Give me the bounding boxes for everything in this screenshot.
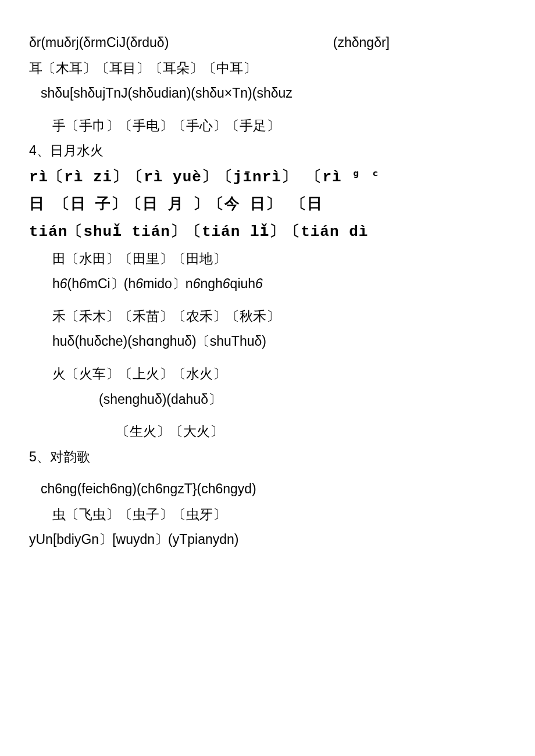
hanzi-line-shenghuo: 〔生火〕〔大火〕 bbox=[29, 424, 506, 440]
section-heading-4: 4、日月水火 bbox=[29, 143, 506, 159]
hanzi-line-er: 耳〔木耳〕〔耳目〕〔耳朵〕〔中耳〕 bbox=[29, 60, 506, 77]
pinyin-line-er: δr(muδrj(δrmCiJ(δrduδ) (zhδngδr] bbox=[29, 35, 506, 51]
pinyin-line-yun: yUn[bdiyGn〕[wuydn〕(yTpianydn) bbox=[29, 532, 506, 548]
section-heading-5: 5、对韵歌 bbox=[29, 449, 506, 465]
text: δr(muδrj(δrmCiJ(δrduδ) bbox=[29, 35, 169, 51]
heading-text: 、日月水火 bbox=[37, 144, 104, 158]
text: (zhδngδr] bbox=[333, 35, 506, 51]
hanzi-line-ri: 日 〔日 子〕〔日 月 〕〔今 日〕 〔日 bbox=[29, 196, 506, 214]
pinyin-line-ri: rì〔rì zi〕〔rì yuè〕〔jīnrì〕 〔rì ᵍ ᶜ bbox=[29, 169, 506, 187]
pinyin-line-he: h6(h6mCi〕(h6mido〕n6ngh6qiuh6 bbox=[29, 276, 506, 292]
pinyin-line-huo: huδ(huδche)(shɑnghuδ)〔shuThuδ) bbox=[29, 334, 506, 350]
number: 5 bbox=[29, 449, 37, 464]
hanzi-line-he: 禾〔禾木〕〔禾苗〕〔农禾〕〔秋禾〕 bbox=[29, 309, 506, 325]
hanzi-line-tian: 田〔水田〕〔田里〕〔田地〕 bbox=[29, 251, 506, 267]
number: 4 bbox=[29, 143, 37, 158]
hanzi-line-huo: 火〔火车〕〔上火〕〔水火〕 bbox=[29, 366, 506, 382]
hanzi-line-shou: 手〔手巾〕〔手电〕〔手心〕〔手足〕 bbox=[29, 118, 506, 134]
text: h6(h6mCi〕(h6mido〕n6ngh6qiuh6 bbox=[52, 276, 263, 291]
heading-text: 、对韵歌 bbox=[37, 450, 90, 464]
pinyin-line-shou: shδu[shδujTnJ(shδudian)(shδu×Tn)(shδuz bbox=[29, 85, 506, 102]
pinyin-line-tian: tián〔shuǐ tián〕〔tián lǐ〕〔tián dì bbox=[29, 223, 506, 241]
pinyin-line-chong: ch6ng(feich6ng)(ch6ngzT}(ch6ngyd) bbox=[29, 481, 506, 497]
hanzi-line-chong: 虫〔飞虫〕〔虫子〕〔虫牙〕 bbox=[29, 507, 506, 523]
pinyin-line-shenghuo: (shenghuδ)(dahuδ〕 bbox=[29, 392, 506, 408]
